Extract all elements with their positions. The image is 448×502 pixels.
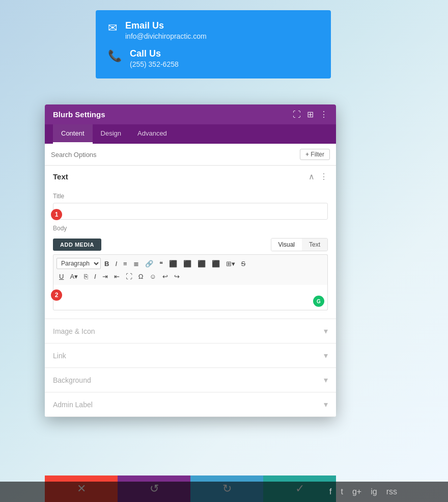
outdent-button[interactable]: ⇤: [111, 271, 122, 282]
italic2-button[interactable]: I: [92, 271, 99, 282]
search-bar: + Filter: [45, 144, 336, 166]
tab-advanced[interactable]: Advanced: [129, 124, 175, 144]
panel-tabs: Content Design Advanced: [45, 124, 336, 144]
admin-label-chevron: ▾: [324, 400, 328, 409]
image-icon-chevron: ▾: [324, 326, 328, 336]
tab-content[interactable]: Content: [53, 124, 93, 144]
search-input[interactable]: [51, 151, 296, 158]
text-section: Text ∧ ⋮ Title Body ADD MEDIA Visual Tex: [45, 166, 336, 319]
italic-button[interactable]: I: [113, 258, 120, 269]
email-icon: ✉: [108, 21, 117, 35]
link-button[interactable]: 🔗: [143, 258, 156, 269]
align-right-button[interactable]: ⬛: [195, 258, 208, 269]
facebook-icon[interactable]: f: [329, 487, 331, 496]
strikethrough-button[interactable]: S: [239, 258, 248, 269]
redo-editor-button[interactable]: ↪: [172, 271, 182, 282]
fullscreen-editor-button[interactable]: ⛶: [123, 271, 135, 282]
editor-toolbar: Paragraph Heading 1 Heading 2 Heading 3 …: [53, 254, 328, 285]
phone-subtitle: (255) 352-6258: [130, 60, 179, 68]
rss-icon[interactable]: rss: [386, 487, 397, 496]
link-chevron: ▾: [324, 351, 328, 360]
body-field-label: Body: [53, 225, 328, 232]
phone-icon: 📞: [108, 49, 122, 63]
phone-card-item: 📞 Call Us (255) 352-6258: [108, 48, 319, 68]
link-label: Link: [53, 352, 66, 360]
text-section-title: Text: [53, 172, 68, 181]
more-options-icon[interactable]: ⋮: [320, 110, 328, 119]
link-section[interactable]: Link ▾: [45, 344, 336, 368]
grammarly-button[interactable]: G: [313, 296, 324, 307]
paragraph-select[interactable]: Paragraph Heading 1 Heading 2 Heading 3: [57, 258, 101, 269]
panel-body: Text ∧ ⋮ Title Body ADD MEDIA Visual Tex: [45, 166, 336, 417]
add-media-button[interactable]: ADD MEDIA: [53, 239, 101, 251]
blockquote-button[interactable]: ❝: [157, 258, 165, 269]
panel-header: Blurb Settings ⛶ ⊞ ⋮: [45, 104, 336, 124]
fullscreen-icon[interactable]: ⛶: [293, 110, 301, 119]
text-color-button[interactable]: A▾: [67, 271, 80, 282]
align-left-button[interactable]: ⬛: [166, 258, 180, 269]
undo-editor-button[interactable]: ↩: [160, 271, 171, 282]
admin-label-section[interactable]: Admin Label ▾: [45, 392, 336, 417]
editor-content[interactable]: G: [53, 285, 328, 310]
email-card-item: ✉ Email Us info@divichiropractic.com: [108, 20, 319, 40]
instagram-icon[interactable]: ig: [371, 487, 377, 496]
special-char-button[interactable]: Ω: [136, 271, 146, 282]
text-section-more-icon[interactable]: ⋮: [320, 172, 328, 181]
editor-top-bar: ADD MEDIA Visual Text: [53, 235, 328, 254]
toolbar-row-2: U A▾ ⎘ I ⇥ ⇤ ⛶ Ω ☺ ↩ ↪: [57, 270, 324, 283]
admin-label-label: Admin Label: [53, 401, 93, 409]
panel-title: Blurb Settings: [53, 110, 105, 119]
social-bar: f t g+ ig rss: [0, 482, 448, 502]
underline-button[interactable]: U: [57, 271, 66, 282]
email-title: Email Us: [125, 20, 207, 31]
blurb-settings-panel: Blurb Settings ⛶ ⊞ ⋮ Content Design Adva…: [45, 104, 336, 417]
collapse-icon[interactable]: ∧: [309, 172, 315, 181]
emoji-button[interactable]: ☺: [147, 271, 158, 282]
googleplus-icon[interactable]: g+: [352, 487, 361, 496]
step-badge-2: 2: [51, 289, 62, 301]
table-button[interactable]: ⊞▾: [223, 258, 238, 269]
unordered-list-button[interactable]: ≡: [121, 258, 130, 269]
blue-card: ✉ Email Us info@divichiropractic.com 📞 C…: [96, 10, 331, 78]
background-chevron: ▾: [324, 375, 328, 385]
title-field-label: Title: [53, 193, 328, 200]
align-center-button[interactable]: ⬛: [181, 258, 194, 269]
indent-button[interactable]: ⇥: [100, 271, 110, 282]
align-justify-button[interactable]: ⬛: [209, 258, 222, 269]
filter-button[interactable]: + Filter: [300, 149, 330, 160]
phone-title: Call Us: [130, 48, 179, 59]
step-badge-1: 1: [51, 209, 62, 220]
background-section[interactable]: Background ▾: [45, 368, 336, 392]
text-section-content: Title Body ADD MEDIA Visual Text: [45, 193, 336, 319]
email-subtitle: info@divichiropractic.com: [125, 32, 207, 40]
visual-text-toggle: Visual Text: [271, 238, 328, 251]
image-icon-section[interactable]: Image & Icon ▾: [45, 319, 336, 344]
toolbar-row-1: Paragraph Heading 1 Heading 2 Heading 3 …: [57, 257, 324, 270]
image-icon-label: Image & Icon: [53, 327, 95, 335]
twitter-icon[interactable]: t: [341, 487, 343, 496]
ordered-list-button[interactable]: ≣: [131, 258, 142, 269]
tab-design[interactable]: Design: [93, 124, 129, 144]
background-label: Background: [53, 376, 91, 384]
text-section-icons: ∧ ⋮: [309, 172, 328, 181]
bold-button[interactable]: B: [102, 258, 111, 269]
title-input[interactable]: [53, 203, 328, 220]
visual-button[interactable]: Visual: [271, 239, 302, 251]
panel-header-icons: ⛶ ⊞ ⋮: [293, 110, 328, 119]
text-button[interactable]: Text: [302, 239, 327, 251]
paste-text-button[interactable]: ⎘: [81, 271, 91, 282]
columns-icon[interactable]: ⊞: [307, 110, 314, 119]
text-section-header[interactable]: Text ∧ ⋮: [45, 166, 336, 188]
